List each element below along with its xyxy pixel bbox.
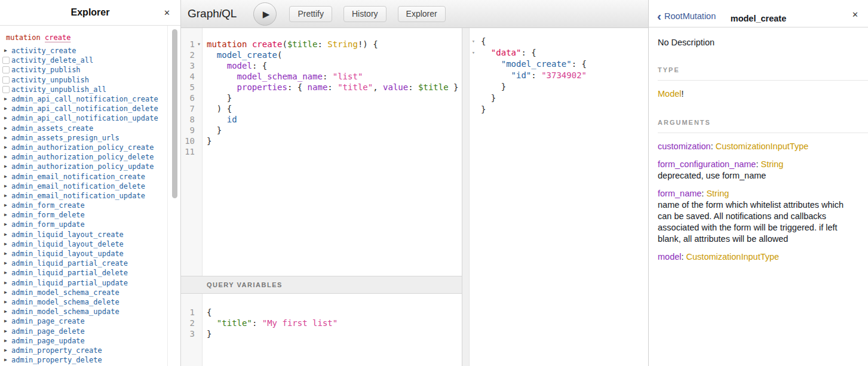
explorer-item-admin_model_schema_update[interactable]: ▶admin_model_schema_update [2,307,166,316]
expand-arrow-icon[interactable]: ▶ [2,348,7,353]
explorer-item-admin_email_notification_delete[interactable]: ▶admin_email_notification_delete [2,182,166,191]
expand-arrow-icon[interactable]: ▶ [2,164,7,169]
field-expander[interactable]: ▶ [2,174,11,179]
variables-title-bar[interactable]: QUERY VARIABLES [181,276,462,294]
field-expander[interactable]: ▶ [2,290,11,295]
explorer-item-activity_create[interactable]: ▶activity_create [2,46,166,56]
explorer-item-admin_liquid_partial_update[interactable]: ▶admin_liquid_partial_update [2,278,166,288]
history-button[interactable]: History [343,6,387,22]
expand-arrow-icon[interactable]: ▶ [2,222,7,227]
field-expander[interactable]: ▶ [2,164,11,169]
field-checkbox[interactable] [2,76,11,84]
field-expander[interactable]: ▶ [2,232,11,237]
explorer-item-admin_assets_presign_urls[interactable]: ▶admin_assets_presign_urls [2,133,166,143]
field-checkbox[interactable] [2,86,11,93]
explorer-item-admin_page_delete[interactable]: ▶admin_page_delete [2,326,166,336]
explorer-item-admin_api_call_notification_update[interactable]: ▶admin_api_call_notification_update [2,113,166,123]
expand-arrow-icon[interactable]: ▶ [2,136,7,140]
field-expander[interactable]: ▶ [2,203,11,208]
field-expander[interactable]: ▶ [2,358,11,362]
fold-arrow-icon[interactable]: ▾ [470,36,477,47]
explorer-item-admin_email_notification_update[interactable]: ▶admin_email_notification_update [2,191,166,201]
close-icon[interactable]: ✕ [852,10,858,19]
field-expander[interactable]: ▶ [2,213,11,217]
field-expander[interactable]: ▶ [2,270,11,275]
argument-type-link[interactable]: String [761,159,784,169]
field-expander[interactable]: ▶ [2,281,11,285]
operation-name[interactable]: create [45,33,70,42]
expand-arrow-icon[interactable]: ▶ [2,97,7,102]
expand-arrow-icon[interactable]: ▶ [2,126,7,131]
expand-arrow-icon[interactable]: ▶ [2,290,7,295]
expand-arrow-icon[interactable]: ▶ [2,270,7,275]
field-expander[interactable]: ▶ [2,329,11,334]
explorer-item-admin_page_update[interactable]: ▶admin_page_update [2,336,166,346]
expand-arrow-icon[interactable]: ▶ [2,251,7,256]
field-expander[interactable]: ▶ [2,309,11,314]
expand-arrow-icon[interactable]: ▶ [2,232,7,237]
expand-arrow-icon[interactable]: ▶ [2,106,7,111]
argument-type-link[interactable]: CustomizationInputType [716,142,809,151]
expand-arrow-icon[interactable]: ▶ [2,319,7,324]
expand-arrow-icon[interactable]: ▶ [2,309,7,314]
explorer-item-admin_liquid_layout_create[interactable]: ▶admin_liquid_layout_create [2,230,166,239]
explorer-item-admin_form_create[interactable]: ▶admin_form_create [2,201,166,210]
explorer-item-admin_property_create[interactable]: ▶admin_property_create [2,346,166,355]
explorer-item-admin_liquid_partial_create[interactable]: ▶admin_liquid_partial_create [2,259,166,268]
field-expander[interactable]: ▶ [2,339,11,343]
explorer-item-admin_assets_create[interactable]: ▶admin_assets_create [2,124,166,133]
explorer-scrollbar-thumb[interactable] [172,29,177,198]
explorer-item-activity_publish[interactable]: activity_publish [2,65,166,75]
explorer-item-admin_liquid_partial_delete[interactable]: ▶admin_liquid_partial_delete [2,268,166,278]
variables-editor[interactable]: 1{2 "title": "My first list"3} [181,294,462,366]
checkbox-icon[interactable] [2,66,10,73]
expand-arrow-icon[interactable]: ▶ [2,145,7,150]
explorer-item-admin_api_call_notification_create[interactable]: ▶admin_api_call_notification_create [2,94,166,104]
expand-arrow-icon[interactable]: ▶ [2,174,7,179]
explorer-item-admin_model_schema_delete[interactable]: ▶admin_model_schema_delete [2,297,166,307]
type-link[interactable]: Model [658,89,682,99]
field-expander[interactable]: ▶ [2,126,11,131]
fold-arrow-icon[interactable]: ▾ [470,47,477,59]
explorer-toggle-button[interactable]: Explorer [398,6,446,22]
field-expander[interactable]: ▶ [2,136,11,140]
explorer-item-activity_delete_all[interactable]: activity_delete_all [2,56,166,65]
expand-arrow-icon[interactable]: ▶ [2,116,7,121]
explorer-item-admin_liquid_layout_delete[interactable]: ▶admin_liquid_layout_delete [2,239,166,249]
checkbox-icon[interactable] [2,57,10,64]
expand-arrow-icon[interactable]: ▶ [2,193,7,198]
query-editor[interactable]: 1▾mutation create($title: String!) {2 mo… [181,28,462,276]
fold-arrow-icon[interactable]: ▾ [195,39,203,50]
explorer-item-admin_model_schema_create[interactable]: ▶admin_model_schema_create [2,288,166,297]
expand-arrow-icon[interactable]: ▶ [2,281,7,285]
execute-button[interactable]: ▶ [253,2,277,26]
explorer-item-admin_form_update[interactable]: ▶admin_form_update [2,220,166,229]
field-expander[interactable]: ▶ [2,348,11,353]
checkbox-icon[interactable] [2,76,10,84]
explorer-item-admin_email_notification_create[interactable]: ▶admin_email_notification_create [2,171,166,181]
expand-arrow-icon[interactable]: ▶ [2,300,7,305]
field-expander[interactable]: ▶ [2,261,11,266]
explorer-item-admin_form_delete[interactable]: ▶admin_form_delete [2,210,166,220]
argument-type-link[interactable]: CustomizationInputType [686,252,780,262]
explorer-item-admin_api_call_notification_delete[interactable]: ▶admin_api_call_notification_delete [2,104,166,113]
expand-arrow-icon[interactable]: ▶ [2,242,7,247]
field-expander[interactable]: ▶ [2,184,11,189]
expand-arrow-icon[interactable]: ▶ [2,329,7,334]
field-expander[interactable]: ▶ [2,116,11,121]
field-expander[interactable]: ▶ [2,222,11,227]
expand-arrow-icon[interactable]: ▶ [2,203,7,208]
expand-arrow-icon[interactable]: ▶ [2,155,7,159]
expand-arrow-icon[interactable]: ▶ [2,339,7,343]
field-expander[interactable]: ▶ [2,319,11,324]
explorer-item-activity_unpublish[interactable]: activity_unpublish [2,75,166,85]
expand-arrow-icon[interactable]: ▶ [2,358,7,362]
explorer-item-admin_liquid_layout_update[interactable]: ▶admin_liquid_layout_update [2,249,166,259]
doc-back-link[interactable]: ‹RootMutation [657,11,716,21]
explorer-item-activity_unpublish_all[interactable]: activity_unpublish_all [2,85,166,94]
field-expander[interactable]: ▶ [2,251,11,256]
field-checkbox[interactable] [2,57,11,64]
field-expander[interactable]: ▶ [2,97,11,102]
field-expander[interactable]: ▶ [2,242,11,247]
explorer-item-admin_property_delete[interactable]: ▶admin_property_delete [2,355,166,365]
